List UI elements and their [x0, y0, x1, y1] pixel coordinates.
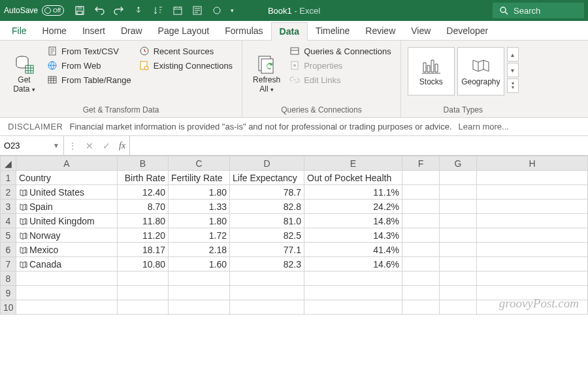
- toggle-switch[interactable]: Off: [42, 5, 64, 16]
- cell[interactable]: 12.40: [118, 185, 169, 200]
- cell[interactable]: [304, 300, 402, 315]
- cell[interactable]: [477, 185, 588, 200]
- cell[interactable]: [402, 257, 440, 271]
- col-header-a[interactable]: A: [16, 156, 118, 171]
- queries-connections-button[interactable]: Queries & Connections: [287, 44, 394, 58]
- col-header-e[interactable]: E: [304, 156, 402, 171]
- cell[interactable]: Spain: [16, 200, 118, 214]
- cell[interactable]: [118, 286, 169, 300]
- tab-timeline[interactable]: Timeline: [308, 22, 357, 40]
- row-header[interactable]: 9: [1, 286, 16, 300]
- cell[interactable]: Out of Pocket Health: [304, 171, 402, 185]
- touch-mode-icon[interactable]: [129, 3, 148, 18]
- cell[interactable]: 18.17: [118, 243, 169, 257]
- cell[interactable]: 24.2%: [304, 200, 402, 214]
- row-header[interactable]: 10: [1, 300, 16, 315]
- cell[interactable]: [440, 228, 477, 243]
- cell[interactable]: [402, 286, 440, 300]
- cell[interactable]: [440, 185, 477, 200]
- tab-data[interactable]: Data: [271, 22, 308, 41]
- row-header[interactable]: 3: [1, 200, 16, 214]
- undo-icon[interactable]: [90, 3, 108, 18]
- cell[interactable]: [477, 243, 588, 257]
- cell[interactable]: [304, 271, 402, 286]
- tab-insert[interactable]: Insert: [74, 22, 113, 40]
- geography-card[interactable]: Geography: [457, 47, 504, 96]
- select-all-corner[interactable]: ◢: [1, 156, 16, 171]
- cell[interactable]: [402, 228, 440, 243]
- cell[interactable]: [169, 286, 230, 300]
- from-table-button[interactable]: From Table/Range: [44, 73, 134, 86]
- col-header-c[interactable]: C: [169, 156, 230, 171]
- cell[interactable]: 11.80: [118, 214, 169, 228]
- cell[interactable]: [440, 300, 477, 315]
- qat-dropdown-icon[interactable]: ▾: [227, 3, 237, 18]
- col-header-d[interactable]: D: [230, 156, 304, 171]
- cell[interactable]: [118, 271, 169, 286]
- cell[interactable]: [440, 200, 477, 214]
- datatype-more-button[interactable]: ▾▾: [507, 79, 519, 93]
- cell[interactable]: 1.72: [169, 228, 230, 243]
- cell[interactable]: 2.18: [169, 243, 230, 257]
- cell[interactable]: [230, 271, 304, 286]
- cell[interactable]: 11.20: [118, 228, 169, 243]
- cell[interactable]: [477, 257, 588, 271]
- autosave-toggle[interactable]: AutoSave Off: [4, 5, 64, 16]
- cell[interactable]: [477, 214, 588, 228]
- search-box[interactable]: [493, 3, 584, 18]
- name-box-dropdown-icon[interactable]: ▼: [53, 142, 59, 149]
- cell[interactable]: 1.80: [169, 185, 230, 200]
- cell[interactable]: [169, 271, 230, 286]
- cell[interactable]: 82.3: [230, 257, 304, 271]
- cell[interactable]: [16, 286, 118, 300]
- row-header[interactable]: 8: [1, 271, 16, 286]
- cell[interactable]: 14.3%: [304, 228, 402, 243]
- cell[interactable]: [440, 171, 477, 185]
- row-header[interactable]: 2: [1, 185, 16, 200]
- cell[interactable]: United Kingdom: [16, 214, 118, 228]
- row-header[interactable]: 7: [1, 257, 16, 271]
- cell[interactable]: 11.1%: [304, 185, 402, 200]
- tab-formulas[interactable]: Formulas: [217, 22, 270, 40]
- cell[interactable]: 78.7: [230, 185, 304, 200]
- cell[interactable]: 1.33: [169, 200, 230, 214]
- col-header-f[interactable]: F: [402, 156, 440, 171]
- cell[interactable]: [230, 286, 304, 300]
- datatype-up-button[interactable]: ▴: [507, 47, 519, 61]
- col-header-b[interactable]: B: [118, 156, 169, 171]
- cell[interactable]: [477, 271, 588, 286]
- tab-home[interactable]: Home: [35, 22, 74, 40]
- cell[interactable]: [402, 171, 440, 185]
- tab-file[interactable]: File: [4, 22, 35, 40]
- refresh-all-button[interactable]: RefreshAll ▾: [249, 43, 284, 104]
- row-header[interactable]: 1: [1, 171, 16, 185]
- redo-icon[interactable]: [110, 3, 128, 18]
- cell[interactable]: Life Expectancy: [230, 171, 304, 185]
- learn-more-link[interactable]: Learn more...: [459, 122, 509, 131]
- cell[interactable]: [477, 200, 588, 214]
- form-icon[interactable]: [188, 3, 206, 18]
- cell[interactable]: [440, 214, 477, 228]
- search-input[interactable]: [514, 6, 566, 16]
- stocks-card[interactable]: Stocks: [408, 47, 455, 96]
- row-header[interactable]: 5: [1, 228, 16, 243]
- cell[interactable]: 1.60: [169, 257, 230, 271]
- cell[interactable]: 14.6%: [304, 257, 402, 271]
- edit-links-button[interactable]: Edit Links: [287, 73, 394, 86]
- cancel-formula-icon[interactable]: ✕: [81, 141, 98, 151]
- formula-options-icon[interactable]: ⋮: [64, 141, 81, 151]
- cell[interactable]: 81.0: [230, 214, 304, 228]
- tab-developer[interactable]: Developer: [438, 22, 496, 40]
- from-web-button[interactable]: From Web: [44, 59, 134, 72]
- cell[interactable]: 1.80: [169, 214, 230, 228]
- fx-label[interactable]: fx: [115, 141, 129, 151]
- cell[interactable]: [169, 300, 230, 315]
- sort-icon[interactable]: [149, 3, 167, 18]
- cell[interactable]: 8.70: [118, 200, 169, 214]
- cell[interactable]: [304, 286, 402, 300]
- cell[interactable]: [440, 257, 477, 271]
- col-header-h[interactable]: H: [477, 156, 588, 171]
- grid-table[interactable]: ◢ A B C D E F G H 1CountryBirth RateFert…: [0, 156, 588, 315]
- cell[interactable]: [402, 214, 440, 228]
- cell[interactable]: Mexico: [16, 243, 118, 257]
